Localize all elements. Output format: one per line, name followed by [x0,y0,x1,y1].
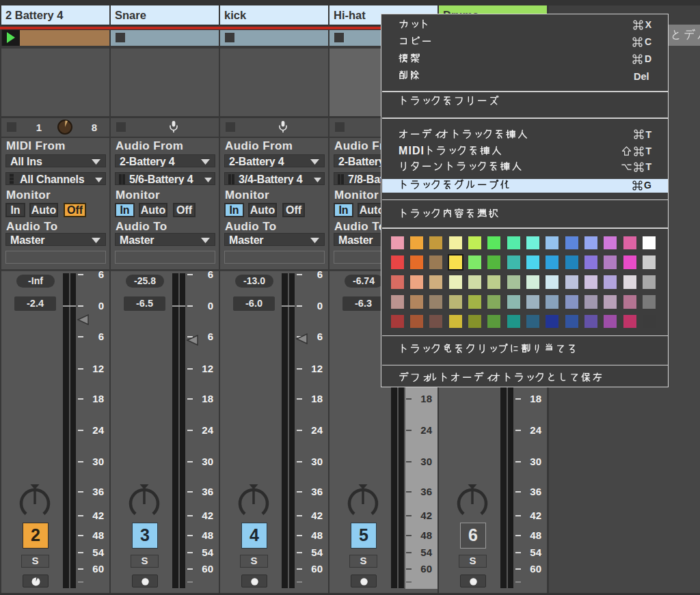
svg-text:D: D [412,145,420,156]
svg-text:I: I [408,145,412,156]
svg-text:M: M [399,145,408,156]
svg-text:I: I [421,145,425,156]
